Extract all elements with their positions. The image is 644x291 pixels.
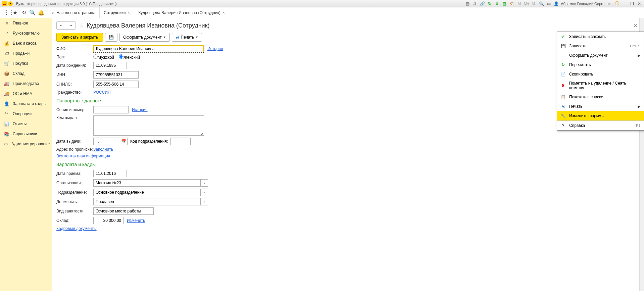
favorite-icon[interactable]: ☆ [79, 22, 84, 29]
hr-docs-link[interactable]: Кадровые документы [56, 226, 97, 231]
sidebar-item-refs[interactable]: 📚Справочники [0, 129, 52, 139]
print-button[interactable]: 🖨Печать▼ [172, 33, 202, 42]
male-radio[interactable]: Мужской [93, 54, 114, 60]
fio-input[interactable] [93, 45, 204, 52]
sidebar-item-purchases[interactable]: 🛒Покупки [0, 58, 52, 68]
sidebar-item-admin[interactable]: ⚙Администрирование [0, 139, 52, 149]
app-menu-icon[interactable]: ▾ [8, 1, 13, 6]
m-icon[interactable]: M [516, 1, 522, 6]
inn-input[interactable] [93, 71, 139, 79]
org-input[interactable] [93, 179, 201, 187]
dropdown-item[interactable]: ↻Перечитать [557, 60, 644, 69]
dropdown-item[interactable]: 📋Показать в списке [557, 92, 644, 102]
link-icon[interactable]: 🔗 [480, 1, 485, 6]
position-input[interactable] [93, 198, 201, 205]
citizenship-link[interactable]: РОССИЯ [93, 90, 111, 95]
dropdown-item[interactable]: 🔧Изменить форму... [557, 111, 644, 120]
shortcut: F1 [636, 124, 640, 128]
tab-current[interactable]: Кудрявцева Валерия Ивановна (Сотрудник) … [134, 7, 229, 18]
sidebar-item-production[interactable]: 🏭Производство [0, 79, 52, 89]
view-icon[interactable]: ▭ [546, 1, 551, 6]
tab-home[interactable]: ⌂ Начальная страница [48, 7, 100, 18]
dept-code-input[interactable] [170, 138, 191, 145]
fill-link[interactable]: Заполнить [93, 147, 113, 152]
sidebar-item-warehouse[interactable]: 📦Склад [0, 68, 52, 79]
close-window-icon[interactable]: ✕ [637, 1, 642, 6]
dropdown-icon: 🔧 [560, 113, 566, 118]
dept-input[interactable] [93, 189, 201, 196]
date-icon[interactable]: 31 [509, 1, 514, 6]
open-icon[interactable]: ▫ [201, 198, 208, 205]
sidebar-item-hr[interactable]: 👤Зарплата и кадры [0, 99, 52, 109]
minimize-icon[interactable]: — [622, 1, 627, 6]
snils-input[interactable] [93, 81, 139, 88]
star-icon[interactable]: ★ [11, 8, 19, 17]
sidebar-item-bank[interactable]: 💰Банк и касса [0, 38, 52, 48]
history-link[interactable]: История [207, 46, 223, 51]
dropdown-item[interactable]: ✔Записать и закрыть [557, 32, 644, 41]
passport-history-link[interactable]: История [132, 107, 148, 112]
sidebar-label: Банк и касса [13, 41, 37, 46]
change-link[interactable]: Изменить [127, 218, 145, 223]
fio-label: ФИО: [56, 46, 93, 51]
sidebar-item-reports[interactable]: 📊Отчеты [0, 119, 52, 129]
sidebar-item-manager[interactable]: ↗Руководителю [0, 28, 52, 38]
dropdown-item[interactable]: ✖Пометить на удаление / Снять пометку [557, 79, 644, 92]
calendar-icon[interactable]: ▦ [502, 1, 507, 6]
female-radio[interactable]: Женский [119, 54, 140, 60]
m-minus-icon[interactable]: M- [531, 1, 537, 6]
issue-date-input[interactable] [93, 138, 120, 145]
issued-by-input[interactable] [93, 115, 204, 136]
dropdown-item[interactable]: 📄Скопировать [557, 69, 644, 79]
dob-input[interactable] [93, 62, 127, 69]
create-doc-button[interactable]: Оформить документ▼ [119, 33, 169, 42]
forward-button[interactable]: → [66, 22, 76, 29]
refresh-icon[interactable]: ↻ [487, 1, 492, 6]
dropdown-item[interactable]: Оформить документ▶ [557, 51, 644, 60]
tab-close-icon[interactable]: × [222, 10, 225, 15]
dropdown-item[interactable]: ?СправкаF1 [557, 120, 644, 130]
window-icon[interactable]: ▦ [465, 1, 470, 6]
zoom-icon[interactable]: 🔍 [539, 1, 544, 6]
books-icon: 📚 [4, 131, 9, 137]
sidebar-label: Главное [13, 21, 28, 26]
back-button[interactable]: ← [57, 22, 66, 29]
close-icon[interactable]: × [631, 22, 640, 29]
sidebar-label: ОС и НМА [13, 91, 32, 96]
tab-close-icon[interactable]: × [128, 10, 130, 15]
salary-input[interactable] [93, 217, 123, 224]
dept-code-label: Код подразделения: [130, 139, 168, 144]
sidebar-item-assets[interactable]: 🚚ОС и НМА [0, 89, 52, 99]
tab-employees[interactable]: Сотрудники × [100, 7, 134, 18]
open-icon[interactable]: ▫ [201, 189, 208, 196]
search-icon[interactable]: 🔍 [28, 8, 37, 17]
issued-by-label: Кем выдан: [56, 115, 93, 120]
chevron-right-icon: ▶ [638, 104, 640, 109]
apps-icon[interactable]: ⋮⋮⋮ [2, 8, 11, 17]
m-plus-icon[interactable]: M+ [524, 1, 529, 6]
employment-input[interactable] [93, 207, 154, 215]
passport-section: Паспортные данные [56, 98, 640, 103]
calendar-icon[interactable]: 📅 [120, 138, 128, 145]
save-close-button[interactable]: Записать и закрыть [56, 33, 103, 42]
sidebar-item-main[interactable]: ≡Главное [0, 18, 52, 28]
hire-date-input[interactable] [93, 170, 127, 177]
history-icon[interactable]: ↻ [19, 8, 28, 17]
info-icon[interactable]: ⓘ [614, 1, 620, 6]
dropdown-item[interactable]: 🖨Печать▶ [557, 102, 644, 111]
dropdown-icon: 📄 [560, 71, 566, 77]
restore-icon[interactable]: ❐ [629, 1, 635, 6]
sidebar-item-sales[interactable]: 🏷Продажи [0, 48, 52, 58]
hr-section: Зарплата и кадры [56, 162, 640, 167]
download-icon[interactable]: ⬇ [494, 1, 500, 6]
save-button[interactable]: 💾 [105, 33, 117, 42]
more-dropdown: ✔Записать и закрыть💾ЗаписатьCtrl+SОформи… [557, 32, 644, 131]
series-input[interactable] [93, 106, 129, 113]
bell-icon[interactable]: 🔔 [37, 8, 46, 17]
print-icon[interactable]: 🖨 [472, 1, 478, 6]
all-contact-link[interactable]: Вся контактная информация [56, 154, 110, 158]
sidebar-item-operations[interactable]: ᴬᵏОперации [0, 109, 52, 119]
dropdown-item[interactable]: 💾ЗаписатьCtrl+S [557, 41, 644, 51]
open-icon[interactable]: ▫ [201, 179, 208, 187]
dropdown-label: Скопировать [569, 72, 593, 77]
